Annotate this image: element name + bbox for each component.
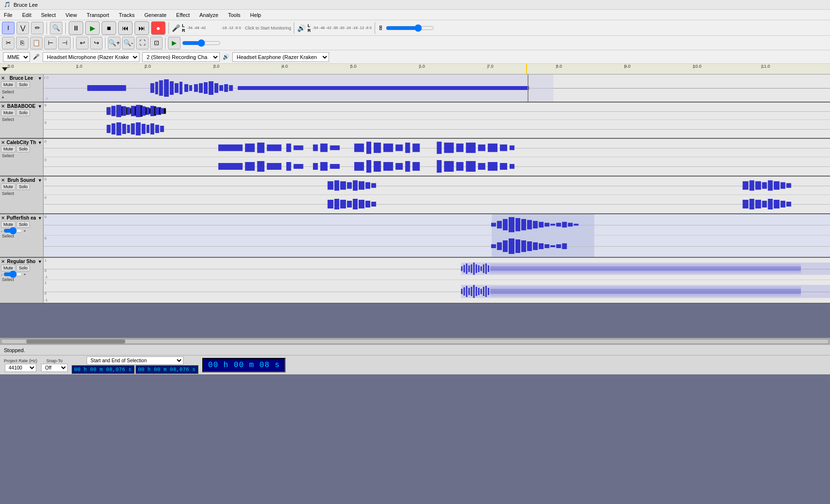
undo-button[interactable]: ↩ xyxy=(76,37,89,49)
track-close-regularshow[interactable]: ✕ xyxy=(1,259,5,264)
envelope-tool[interactable]: ⋁ xyxy=(16,22,29,34)
solo-bruce-lee[interactable]: Solo xyxy=(16,81,30,88)
redo-button[interactable]: ↪ xyxy=(90,37,103,49)
svg-rect-172 xyxy=(476,265,477,273)
zoom-fit-button[interactable]: ⛶ xyxy=(136,37,149,49)
menu-view[interactable]: View xyxy=(63,11,79,19)
svg-rect-189 xyxy=(481,289,482,294)
track-close-calebcity[interactable]: ✕ xyxy=(1,140,5,145)
svg-rect-4 xyxy=(159,80,163,96)
menu-help[interactable]: Help xyxy=(248,11,263,19)
zoom-sel-button[interactable]: ⊡ xyxy=(150,37,163,49)
select-bruhsound[interactable]: Select xyxy=(1,191,42,196)
select-regularshow[interactable]: Select xyxy=(1,277,42,282)
silence-button[interactable]: ⊣ xyxy=(58,37,71,49)
svg-rect-63 xyxy=(313,145,318,151)
track-dropdown-pufferfish[interactable]: ▼ xyxy=(38,216,42,221)
selection-tool[interactable]: I xyxy=(2,22,15,34)
svg-rect-141 xyxy=(515,218,520,231)
svg-rect-117 xyxy=(768,180,773,191)
svg-rect-105 xyxy=(328,181,333,190)
track-close-bababooe[interactable]: ✕ xyxy=(1,104,5,109)
zoom-out-button[interactable]: 🔍- xyxy=(122,37,135,49)
solo-calebcity[interactable]: Solo xyxy=(16,146,30,152)
select-bababooe[interactable]: Select xyxy=(1,117,42,122)
menu-generate[interactable]: Generate xyxy=(142,11,168,19)
snap-to-select[interactable]: Off xyxy=(41,364,68,372)
draw-tool[interactable]: ✏ xyxy=(31,22,44,34)
track-close-bruce-lee[interactable]: ✕ xyxy=(1,75,5,81)
select-pufferfish[interactable]: Select xyxy=(1,233,42,239)
cut-button[interactable]: ✂ xyxy=(2,37,15,49)
svg-rect-8 xyxy=(180,82,182,94)
menu-file[interactable]: File xyxy=(2,11,15,19)
menu-tools[interactable]: Tools xyxy=(226,11,242,19)
playback-speed-slider[interactable] xyxy=(182,40,221,46)
record-button[interactable]: ● xyxy=(151,21,166,35)
pause-button[interactable]: ⏸ xyxy=(69,21,83,35)
track-dropdown-regularshow[interactable]: ▼ xyxy=(38,259,42,264)
svg-rect-47 xyxy=(116,122,121,135)
host-select[interactable]: MME xyxy=(3,52,30,62)
track-dropdown-calebcity[interactable]: ▼ xyxy=(38,140,42,145)
menu-tracks[interactable]: Tracks xyxy=(117,11,137,19)
track-controls-pufferfish: ✕ Pufferfish ea ▼ Mute Solo - + Select xyxy=(0,214,44,257)
solo-bruhsound[interactable]: Solo xyxy=(16,183,30,190)
track-close-bruhsound[interactable]: ✕ xyxy=(1,178,5,183)
play-inline-button[interactable]: ▶ xyxy=(168,37,181,49)
trim-button[interactable]: ⊢ xyxy=(44,37,57,49)
gain-slider-regularshow[interactable] xyxy=(3,272,23,277)
statusbar: Stopped. xyxy=(0,344,830,355)
mute-bruhsound[interactable]: Mute xyxy=(1,183,15,190)
stop-button[interactable]: ■ xyxy=(102,21,116,35)
sep4 xyxy=(294,22,294,34)
scrollbar-thumb-h[interactable] xyxy=(26,340,125,343)
track-dropdown-bruce-lee[interactable]: ▼ xyxy=(38,76,42,81)
zoom-tool[interactable]: 🔍 xyxy=(50,22,62,34)
mute-bababooe[interactable]: Mute xyxy=(1,109,15,116)
menu-analyze[interactable]: Analyze xyxy=(197,11,220,19)
svg-rect-33 xyxy=(106,107,110,115)
project-rate-select[interactable]: 44100 xyxy=(5,364,36,372)
zoom-in-button[interactable]: 🔍+ xyxy=(108,37,121,49)
output-device-select[interactable]: Headset Earphone (Razer Kraken xyxy=(232,52,329,62)
svg-rect-158 xyxy=(527,241,532,251)
menu-select[interactable]: Select xyxy=(39,11,58,19)
solo-bababooe[interactable]: Solo xyxy=(16,109,30,116)
ruler-triangle[interactable] xyxy=(2,67,8,71)
svg-rect-98 xyxy=(444,161,454,172)
track-close-pufferfish[interactable]: ✕ xyxy=(1,215,5,221)
horizontal-scrollbar[interactable] xyxy=(0,338,830,344)
output-gain-slider[interactable] xyxy=(386,25,434,31)
selection-mode-select[interactable]: Start and End of Selection xyxy=(87,356,183,365)
mute-bruce-lee[interactable]: Mute xyxy=(1,81,15,88)
project-rate-group: Project Rate (Hz) 44100 xyxy=(4,358,37,372)
play-button[interactable]: ▶ xyxy=(85,21,100,35)
track-dropdown-bruhsound[interactable]: ▼ xyxy=(38,178,42,183)
svg-rect-43 xyxy=(155,107,159,115)
track-name-bruce-lee: Bruce Lee xyxy=(10,75,33,81)
time-start-display: 00 h 00 m 08,076 s xyxy=(72,365,135,374)
svg-rect-18 xyxy=(229,85,233,91)
menubar: File Edit Select View Transport Tracks G… xyxy=(0,10,830,20)
paste-button[interactable]: 📋 xyxy=(30,37,43,49)
gain-slider-pufferfish[interactable] xyxy=(3,228,23,233)
timeline-ruler[interactable]: 0.01.02.03.04.05.06.07.08.09.010.011.012… xyxy=(0,64,830,74)
svg-rect-49 xyxy=(127,125,130,133)
prev-button[interactable]: ⏮ xyxy=(118,21,133,35)
channels-select[interactable]: 2 (Stereo) Recording Cha xyxy=(142,52,220,62)
select-bruce-lee[interactable]: Select xyxy=(1,89,15,95)
svg-rect-140 xyxy=(509,217,514,232)
select-calebcity[interactable]: Select xyxy=(1,153,42,159)
input-device-select[interactable]: Headset Microphone (Razer Krake xyxy=(43,52,139,62)
track-dropdown-bababooe[interactable]: ▼ xyxy=(38,104,42,109)
svg-rect-57 xyxy=(218,145,242,151)
tracks-scroll-area[interactable]: ✕ Bruce Lee ▼ Mute Solo Select ▲ 1 xyxy=(0,74,830,338)
copy-button[interactable]: ⎘ xyxy=(16,37,29,49)
menu-effect[interactable]: Effect xyxy=(174,11,192,19)
window-title: Bruce Lee xyxy=(14,2,38,8)
mute-calebcity[interactable]: Mute xyxy=(1,146,15,152)
next-button[interactable]: ⏭ xyxy=(135,21,149,35)
menu-transport[interactable]: Transport xyxy=(85,11,111,19)
menu-edit[interactable]: Edit xyxy=(20,11,33,19)
